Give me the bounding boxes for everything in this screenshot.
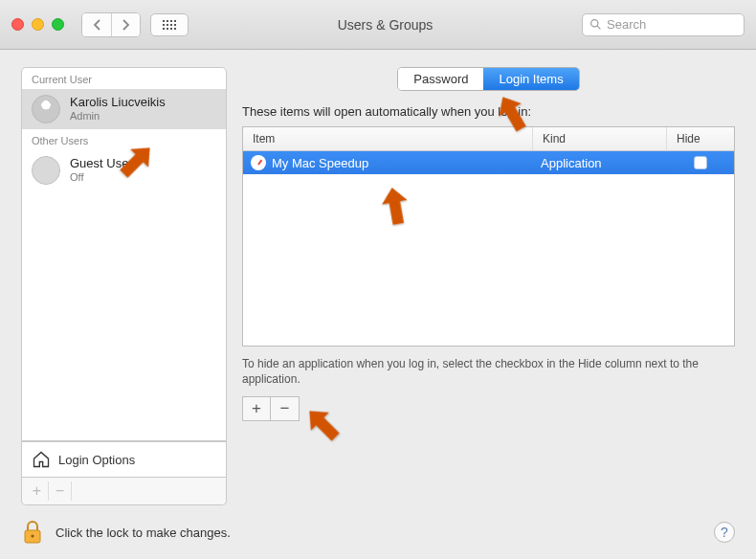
- tab-login-items[interactable]: Login Items: [483, 68, 578, 90]
- window-controls: [11, 18, 64, 31]
- login-options-button[interactable]: Login Options: [21, 441, 227, 478]
- guest-user-row[interactable]: Guest User Off: [22, 150, 226, 190]
- forward-button[interactable]: [111, 13, 140, 36]
- col-item[interactable]: Item: [243, 127, 533, 150]
- lock-bar: Click the lock to make changes. ?: [0, 505, 756, 559]
- close-window-button[interactable]: [11, 18, 24, 31]
- search-input[interactable]: Search: [582, 13, 745, 36]
- main-panel: Password Login Items These items will op…: [242, 67, 735, 505]
- app-icon: [251, 155, 266, 170]
- current-user-row[interactable]: Karolis Liucveikis Admin: [22, 89, 226, 129]
- svg-line-1: [597, 26, 600, 29]
- sidebar-footer: + −: [21, 478, 227, 505]
- grid-icon: [163, 20, 176, 30]
- minimize-window-button[interactable]: [32, 18, 44, 31]
- window-title: Users & Groups: [198, 17, 572, 33]
- svg-point-0: [591, 20, 598, 27]
- avatar: [32, 95, 60, 123]
- login-options-label: Login Options: [58, 453, 135, 467]
- back-button[interactable]: [82, 13, 111, 36]
- home-icon: [32, 450, 51, 469]
- user-role: Admin: [70, 110, 166, 123]
- toolbar: Users & Groups Search: [0, 0, 756, 50]
- user-name: Karolis Liucveikis: [70, 96, 166, 110]
- section-other-users: Other Users: [22, 129, 226, 150]
- col-hide[interactable]: Hide: [667, 127, 734, 150]
- svg-point-3: [31, 534, 33, 537]
- item-label: My Mac Speedup: [272, 156, 368, 170]
- remove-user-button[interactable]: −: [49, 481, 72, 501]
- add-user-button[interactable]: +: [26, 481, 49, 501]
- table-footer: + −: [242, 396, 735, 421]
- item-kind: Application: [533, 156, 667, 170]
- guest-name: Guest User: [70, 157, 133, 171]
- search-icon: [589, 18, 602, 31]
- zoom-window-button[interactable]: [52, 18, 64, 31]
- avatar-guest: [32, 156, 60, 185]
- guest-status: Off: [70, 171, 133, 184]
- lead-text: These items will open automatically when…: [242, 104, 735, 119]
- lock-text: Click the lock to make changes.: [56, 525, 702, 540]
- login-items-table: Item Kind Hide My Mac Speedup Applicatio…: [242, 126, 735, 347]
- tab-group: Password Login Items: [397, 67, 579, 91]
- nav-back-forward: [81, 12, 141, 37]
- table-row[interactable]: My Mac Speedup Application: [243, 151, 734, 174]
- show-all-button[interactable]: [150, 13, 189, 36]
- hint-text: To hide an application when you log in, …: [242, 356, 735, 387]
- search-placeholder: Search: [607, 17, 646, 32]
- table-header: Item Kind Hide: [243, 127, 734, 151]
- add-item-button[interactable]: +: [242, 396, 271, 421]
- col-kind[interactable]: Kind: [533, 127, 667, 150]
- sidebar: Current User Karolis Liucveikis Admin Ot…: [21, 67, 227, 505]
- user-list: Current User Karolis Liucveikis Admin Ot…: [21, 67, 227, 441]
- lock-icon[interactable]: [21, 519, 44, 546]
- help-button[interactable]: ?: [714, 522, 735, 543]
- tab-password[interactable]: Password: [398, 68, 483, 90]
- hide-checkbox[interactable]: [694, 156, 707, 169]
- section-current-user: Current User: [22, 68, 226, 89]
- remove-item-button[interactable]: −: [271, 396, 300, 421]
